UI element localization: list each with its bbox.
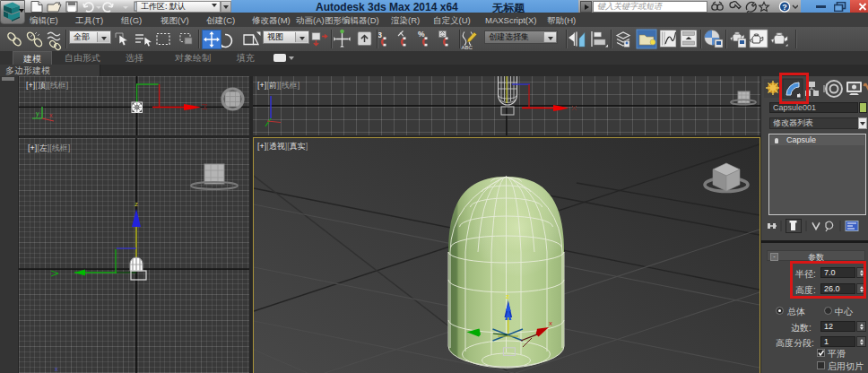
svg-text:?: ?: [782, 3, 787, 12]
svg-text:z: z: [135, 200, 138, 208]
svg-text:ABC: ABC: [462, 45, 473, 50]
svg-text:x: x: [49, 112, 53, 118]
svg-text:%: %: [418, 30, 425, 39]
svg-text:x: x: [55, 366, 58, 372]
svg-text:x: x: [549, 319, 552, 327]
svg-text:y: y: [36, 110, 39, 117]
svg-text:z: z: [506, 292, 509, 300]
